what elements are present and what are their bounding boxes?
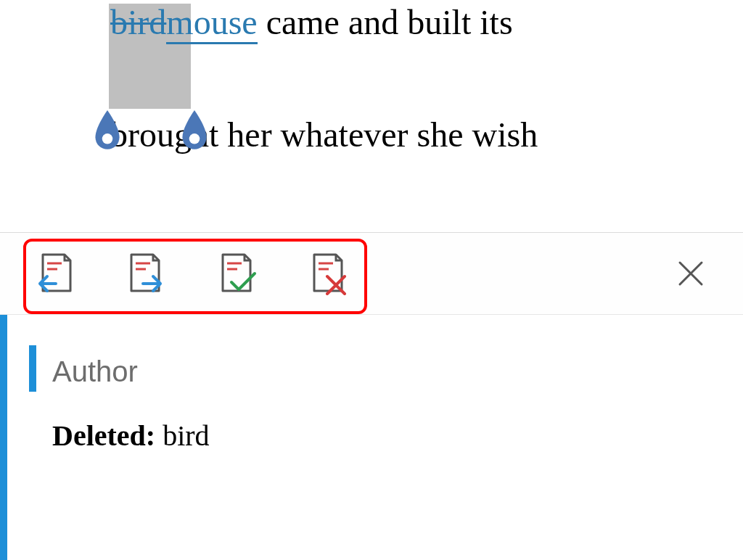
previous-change-button[interactable] <box>35 251 75 296</box>
revision-change[interactable]: Deleted: bird <box>52 419 743 453</box>
next-change-button[interactable] <box>126 251 167 296</box>
line1-rest[interactable]: came and built its <box>258 3 513 41</box>
accept-change-button[interactable] <box>218 251 258 296</box>
inserted-word[interactable]: mouse <box>166 3 257 44</box>
deleted-word[interactable]: bird <box>110 3 166 41</box>
revision-change-text: bird <box>155 419 209 452</box>
revision-author: Author <box>52 355 743 388</box>
track-changes-toolbar <box>0 232 743 315</box>
revision-pane: Author Deleted: bird <box>0 315 743 560</box>
revision-change-label: Deleted: <box>52 419 155 452</box>
text-line-2[interactable]: brought her whatever she wish <box>110 116 743 155</box>
text-line-1[interactable]: birdmouse came and built its <box>110 4 513 42</box>
revision-item-accent <box>29 345 36 392</box>
revision-sidebar-accent <box>0 315 7 560</box>
document-area: birdmouse came and built its brought her… <box>0 0 743 232</box>
close-button[interactable] <box>675 258 707 289</box>
reject-change-button[interactable] <box>309 251 350 296</box>
